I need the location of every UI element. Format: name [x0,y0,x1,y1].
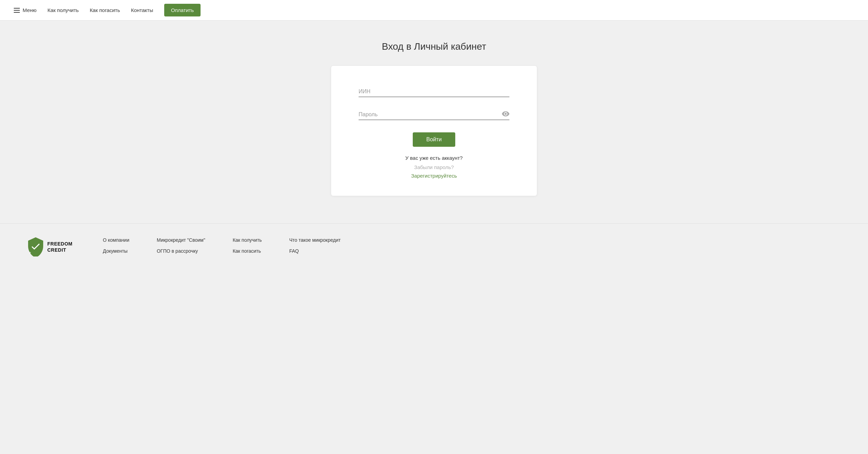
menu-toggle-button[interactable]: Меню [14,7,37,13]
footer-link-how-to-get[interactable]: Как получить [233,237,262,243]
pay-button[interactable]: Оплатить [164,4,201,16]
footer-link-microcredit-svoim[interactable]: Микрокредит "Своим" [157,237,205,243]
footer-column-2: Микрокредит "Своим" ОГПО в рассрочку [157,237,205,254]
password-input[interactable] [359,109,509,120]
footer-column-1: О компании Документы [103,237,129,254]
svg-text:F: F [29,252,31,254]
eye-icon[interactable] [502,111,509,118]
footer-column-3: Как получить Как погасить [233,237,262,254]
footer-logo-text: FREEDOM CREDIT [47,241,73,253]
footer-column-4: Что такое микрокредит FAQ [289,237,341,254]
footer-link-ogpo[interactable]: ОГПО в рассрочку [157,248,205,254]
password-group [359,109,509,120]
register-link[interactable]: Зарегистрируйтесь [359,173,509,179]
login-button[interactable]: Войти [413,132,456,147]
hamburger-icon [14,8,20,13]
nav-contacts[interactable]: Контакты [131,7,153,13]
main-content: Вход в Личный кабинет Войти У вас уже ес… [0,21,868,223]
site-footer: F FREEDOM CREDIT О компании Документы Ми… [0,223,868,270]
menu-label: Меню [23,7,37,13]
nav-how-to-pay[interactable]: Как погасить [90,7,120,13]
have-account-text: У вас уже есть аккаунт? [359,155,509,161]
page-title: Вход в Личный кабинет [382,41,486,52]
logo-shield-icon: F [27,237,44,256]
footer-link-what-is-microcredit[interactable]: Что такое микрокредит [289,237,341,243]
footer-link-faq[interactable]: FAQ [289,248,341,254]
footer-link-how-to-repay[interactable]: Как погасить [233,248,262,254]
site-header: Меню Как получить Как погасить Контакты … [0,0,868,21]
footer-link-about[interactable]: О компании [103,237,129,243]
footer-logo: F FREEDOM CREDIT [27,237,82,256]
footer-link-documents[interactable]: Документы [103,248,129,254]
forgot-password-link[interactable]: Забыли пароль? [359,164,509,170]
login-card: Войти У вас уже есть аккаунт? Забыли пар… [331,66,537,196]
iin-input[interactable] [359,86,509,97]
nav-how-to-get[interactable]: Как получить [48,7,79,13]
iin-group [359,86,509,97]
footer-columns: О компании Документы Микрокредит "Своим"… [103,237,841,254]
